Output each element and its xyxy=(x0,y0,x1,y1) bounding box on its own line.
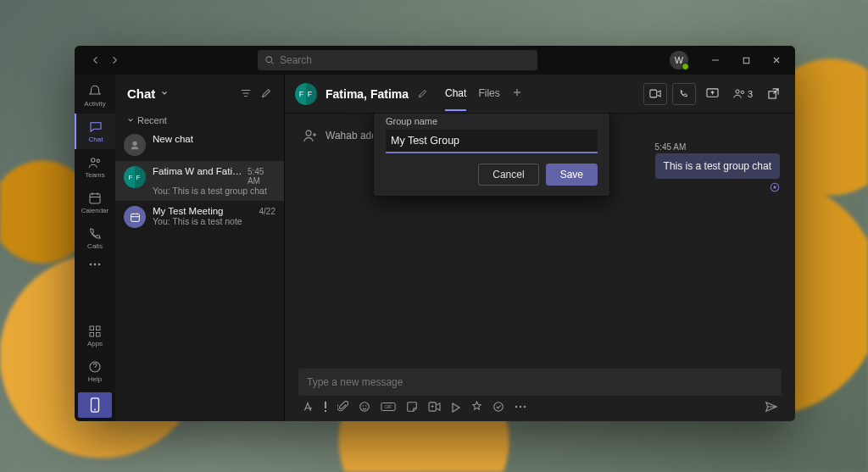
user-avatar[interactable]: W xyxy=(670,51,688,69)
nav-label: Teams xyxy=(85,171,105,179)
app-rail: Activity Chat Teams Calendar Calls xyxy=(75,75,115,421)
cancel-button[interactable]: Cancel xyxy=(478,164,538,186)
svg-point-7 xyxy=(98,264,101,266)
svg-rect-4 xyxy=(90,194,100,203)
composer-toolbar: GIF xyxy=(298,396,782,413)
nav-forward-button[interactable] xyxy=(107,53,122,68)
filter-button[interactable] xyxy=(240,87,252,99)
save-button[interactable]: Save xyxy=(546,164,598,186)
audio-call-button[interactable] xyxy=(672,83,696,105)
chat-item-meeting[interactable]: My Test Meeting 4/22 You: This is a test… xyxy=(115,201,284,233)
video-call-button[interactable] xyxy=(643,83,667,105)
avatar-duo: F F xyxy=(124,166,146,188)
meeting-button[interactable] xyxy=(428,402,441,412)
priority-button[interactable] xyxy=(324,401,327,413)
popout-button[interactable] xyxy=(761,83,785,105)
attach-button[interactable] xyxy=(337,401,348,413)
chat-list-title: Chat xyxy=(127,86,155,101)
share-screen-button[interactable] xyxy=(701,83,725,105)
edit-name-button[interactable] xyxy=(417,88,428,99)
window-minimize-button[interactable] xyxy=(702,47,729,73)
svg-point-0 xyxy=(266,57,272,63)
chat-item-title: My Test Meeting xyxy=(153,206,224,216)
new-chat-button[interactable] xyxy=(260,87,272,99)
svg-point-33 xyxy=(494,403,504,412)
sticker-button[interactable] xyxy=(406,401,418,413)
participants-button[interactable]: 3 xyxy=(730,83,756,105)
svg-point-3 xyxy=(97,159,99,162)
nav-teams[interactable]: Teams xyxy=(75,149,115,185)
svg-point-6 xyxy=(94,264,97,266)
chat-item-time: 4/22 xyxy=(259,207,275,216)
tab-files[interactable]: Files xyxy=(478,77,499,111)
avatar-meeting-icon xyxy=(124,206,146,228)
svg-rect-8 xyxy=(90,326,94,330)
more-button[interactable] xyxy=(515,405,526,408)
search-box[interactable] xyxy=(258,50,537,70)
svg-point-14 xyxy=(94,409,96,411)
search-input[interactable] xyxy=(280,54,531,66)
message-composer[interactable] xyxy=(298,369,782,396)
svg-text:GIF: GIF xyxy=(385,405,392,409)
search-icon xyxy=(264,55,275,65)
window-close-button[interactable] xyxy=(763,47,790,73)
nav-more[interactable] xyxy=(75,256,115,273)
message-seen-icon xyxy=(655,182,780,194)
group-name-dialog: Group name Cancel Save xyxy=(373,114,610,197)
svg-point-36 xyxy=(524,406,526,408)
chat-item-new[interactable]: New chat xyxy=(115,129,284,161)
conversation-pane: F F Fatima, Fatima Chat Files xyxy=(285,75,795,421)
nav-label: Help xyxy=(88,375,102,383)
message-bubble: This is a test group chat xyxy=(655,153,780,179)
tab-add[interactable] xyxy=(512,77,522,111)
svg-point-27 xyxy=(360,403,370,412)
approvals-button[interactable] xyxy=(492,401,504,413)
svg-rect-26 xyxy=(325,410,326,412)
chat-list-pane: Chat Recent New chat F F xyxy=(115,75,285,421)
chevron-down-icon[interactable] xyxy=(160,89,169,97)
chat-item-title: New chat xyxy=(153,134,193,144)
nav-help[interactable]: Help xyxy=(75,353,115,389)
format-button[interactable] xyxy=(302,401,314,413)
conversation-avatar: F F xyxy=(295,83,317,105)
tab-chat[interactable]: Chat xyxy=(445,77,466,111)
praise-button[interactable] xyxy=(471,401,482,413)
message-input[interactable] xyxy=(307,376,773,388)
svg-rect-1 xyxy=(743,58,748,63)
dialog-label: Group name xyxy=(386,116,598,126)
svg-point-2 xyxy=(92,158,96,163)
svg-point-22 xyxy=(306,130,311,136)
nav-mobile[interactable] xyxy=(78,392,112,418)
chat-item-title: Fatima W and Fatima W xyxy=(153,166,248,176)
titlebar: W xyxy=(75,46,795,75)
nav-calls[interactable]: Calls xyxy=(75,220,115,256)
nav-activity[interactable]: Activity xyxy=(75,78,115,114)
user-add-icon xyxy=(302,127,319,144)
chat-item-fatima[interactable]: F F Fatima W and Fatima W 5:45 AM You: T… xyxy=(115,161,284,201)
nav-calendar[interactable]: Calendar xyxy=(75,185,115,220)
caret-down-icon xyxy=(127,117,134,124)
window-maximize-button[interactable] xyxy=(732,47,760,73)
svg-rect-11 xyxy=(97,333,101,337)
nav-label: Calls xyxy=(87,242,103,250)
stream-button[interactable] xyxy=(451,401,461,413)
chat-item-preview: You: This is a test note xyxy=(153,216,275,226)
avatar-placeholder-icon xyxy=(124,134,146,156)
svg-rect-17 xyxy=(650,90,657,97)
nav-apps[interactable]: Apps xyxy=(75,318,115,353)
nav-chat[interactable]: Chat xyxy=(75,114,115,149)
emoji-button[interactable] xyxy=(359,401,370,413)
chat-item-time: 5:45 AM xyxy=(248,167,275,186)
section-recent[interactable]: Recent xyxy=(115,112,284,129)
group-name-input[interactable] xyxy=(386,130,598,153)
nav-back-button[interactable] xyxy=(88,53,103,68)
section-label: Recent xyxy=(137,115,167,125)
message-time: 5:45 AM xyxy=(655,142,780,152)
svg-point-29 xyxy=(365,405,366,406)
gif-button[interactable]: GIF xyxy=(381,402,396,412)
svg-point-35 xyxy=(520,406,521,408)
svg-rect-16 xyxy=(131,214,139,221)
conversation-header: F F Fatima, Fatima Chat Files xyxy=(285,75,795,114)
svg-point-34 xyxy=(515,406,517,408)
send-button[interactable] xyxy=(765,401,778,413)
